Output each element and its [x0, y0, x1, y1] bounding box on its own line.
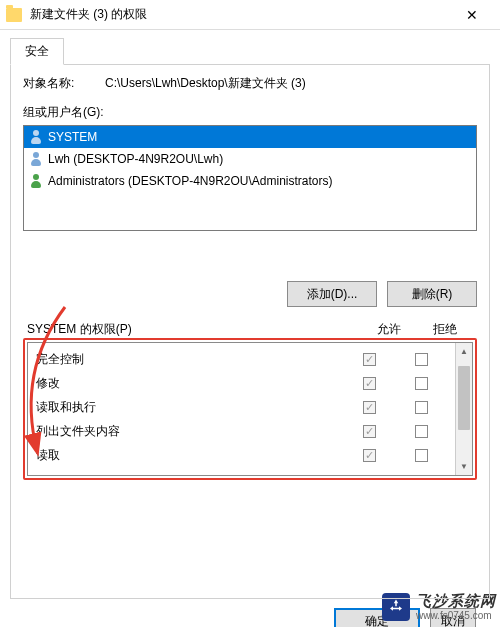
folder-icon: [6, 8, 22, 22]
remove-button[interactable]: 删除(R): [387, 281, 477, 307]
scroll-thumb[interactable]: [458, 366, 470, 430]
annotation-highlight: 完全控制修改读取和执行列出文件夹内容读取 ▲ ▼: [23, 338, 477, 480]
close-button[interactable]: ✕: [450, 1, 494, 29]
scroll-track[interactable]: [456, 360, 472, 458]
allow-checkbox[interactable]: [363, 377, 376, 390]
list-item-label: SYSTEM: [48, 130, 97, 144]
list-item-label: Administrators (DESKTOP-4N9R2OU\Administ…: [48, 174, 333, 188]
allow-checkbox[interactable]: [363, 353, 376, 366]
tab-security[interactable]: 安全: [10, 38, 64, 65]
user-icon: [28, 129, 44, 145]
table-row: 读取和执行: [28, 395, 455, 419]
column-allow: 允许: [361, 321, 417, 338]
table-row: 读取: [28, 443, 455, 467]
deny-checkbox[interactable]: [415, 353, 428, 366]
column-deny: 拒绝: [417, 321, 473, 338]
permission-name: 读取: [36, 447, 343, 464]
tab-strip: 安全: [10, 38, 490, 65]
window-titlebar: 新建文件夹 (3) 的权限 ✕: [0, 0, 500, 30]
permission-name: 修改: [36, 375, 343, 392]
scroll-up-button[interactable]: ▲: [456, 343, 472, 360]
deny-checkbox[interactable]: [415, 449, 428, 462]
users-listbox[interactable]: SYSTEMLwh (DESKTOP-4N9R2OU\Lwh)Administr…: [23, 125, 477, 231]
object-name-label: 对象名称:: [23, 75, 105, 92]
deny-checkbox[interactable]: [415, 425, 428, 438]
add-button[interactable]: 添加(D)...: [287, 281, 377, 307]
window-title: 新建文件夹 (3) 的权限: [30, 6, 450, 23]
deny-checkbox[interactable]: [415, 401, 428, 414]
permissions-header: SYSTEM 的权限(P) 允许 拒绝: [23, 321, 477, 340]
user-icon: [28, 151, 44, 167]
user-icon: [28, 173, 44, 189]
table-row: 完全控制: [28, 347, 455, 371]
permissions-title: SYSTEM 的权限(P): [27, 321, 361, 338]
list-item[interactable]: SYSTEM: [24, 126, 476, 148]
permission-name: 列出文件夹内容: [36, 423, 343, 440]
deny-checkbox[interactable]: [415, 377, 428, 390]
security-panel: 对象名称: C:\Users\Lwh\Desktop\新建文件夹 (3) 组或用…: [10, 64, 490, 599]
permissions-table: 完全控制修改读取和执行列出文件夹内容读取 ▲ ▼: [27, 342, 473, 476]
scroll-down-button[interactable]: ▼: [456, 458, 472, 475]
allow-checkbox[interactable]: [363, 449, 376, 462]
list-item-label: Lwh (DESKTOP-4N9R2OU\Lwh): [48, 152, 223, 166]
dialog-content: 安全 对象名称: C:\Users\Lwh\Desktop\新建文件夹 (3) …: [0, 30, 500, 627]
object-name-value: C:\Users\Lwh\Desktop\新建文件夹 (3): [105, 75, 477, 92]
cancel-button[interactable]: 取消: [430, 608, 476, 627]
dialog-button-row: 确定 取消: [10, 599, 490, 627]
close-icon: ✕: [466, 8, 478, 22]
table-row: 修改: [28, 371, 455, 395]
ok-button[interactable]: 确定: [334, 608, 420, 627]
list-item[interactable]: Administrators (DESKTOP-4N9R2OU\Administ…: [24, 170, 476, 192]
allow-checkbox[interactable]: [363, 425, 376, 438]
group-users-label: 组或用户名(G):: [23, 104, 477, 121]
scrollbar-vertical[interactable]: ▲ ▼: [455, 343, 472, 475]
permission-name: 读取和执行: [36, 399, 343, 416]
table-row: 列出文件夹内容: [28, 419, 455, 443]
list-item[interactable]: Lwh (DESKTOP-4N9R2OU\Lwh): [24, 148, 476, 170]
allow-checkbox[interactable]: [363, 401, 376, 414]
permission-name: 完全控制: [36, 351, 343, 368]
